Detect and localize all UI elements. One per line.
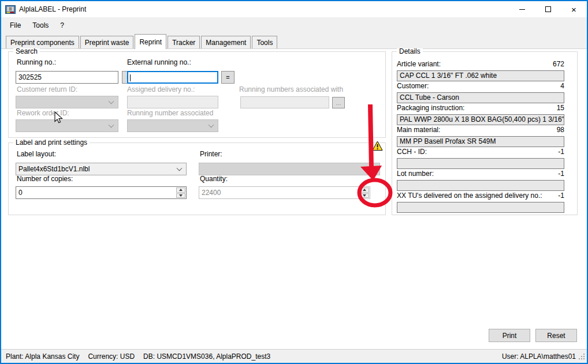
label-print-settings-title: Label and print settings [13, 138, 90, 147]
chevron-down-icon [370, 166, 376, 171]
tab-preprint-waste[interactable]: Preprint waste [80, 36, 134, 48]
detail-label: CCH - ID: [397, 148, 427, 155]
arrow-down-icon [179, 194, 183, 197]
detail-label: Packaging instruction: [397, 104, 464, 111]
printer-combobox [199, 163, 380, 175]
detail-label: XX TU's delivered on the assigned delive… [397, 192, 542, 199]
spin-up-button[interactable] [176, 187, 185, 193]
close-icon: × [571, 5, 576, 14]
detail-row-cch-id: CCH - ID:-1 [397, 148, 564, 169]
minimize-button[interactable] [509, 1, 535, 17]
detail-value-field [397, 180, 564, 191]
detail-id: 672 [553, 61, 564, 67]
detail-label: Article variant: [397, 61, 441, 67]
running-numbers-associated-with-browse-button[interactable]: ... [332, 97, 345, 108]
printer-label: Printer: [200, 150, 222, 158]
status-bar: Plant: Alpla Kansas City Currency: USD D… [1, 349, 587, 363]
chevron-down-icon [209, 122, 214, 128]
details-groupbox-title: Details [397, 47, 423, 55]
tab-tracker[interactable]: Tracker [168, 36, 200, 48]
status-user: User: ALPLA\matthes01 [502, 352, 576, 361]
quantity-input: 22400 [199, 186, 370, 199]
external-running-no-equals-button[interactable]: = [221, 71, 235, 84]
maximize-icon [545, 6, 551, 12]
detail-row-main-material: Main material:98 MM PP Basell Profax SR … [397, 126, 564, 147]
assigned-delivery-no-input [127, 96, 218, 108]
arrow-up-icon [179, 189, 183, 191]
external-running-no-input[interactable] [127, 71, 218, 84]
spin-up-button[interactable] [360, 187, 369, 193]
menu-bar: File Tools ? [1, 17, 587, 33]
running-numbers-associated-with-label: Running numbers associated with [239, 85, 343, 93]
label-layout-label: Label layout: [17, 150, 56, 158]
maximize-button[interactable] [535, 1, 561, 17]
tab-tools[interactable]: Tools [252, 36, 277, 48]
chevron-down-icon [109, 122, 114, 128]
tab-strip: Preprint components Preprint waste Repri… [1, 33, 587, 48]
detail-id: -1 [558, 170, 564, 177]
detail-row-customer: Customer:4 CCL Tube - Carson [397, 82, 564, 103]
arrow-up-icon [363, 189, 366, 191]
external-running-no-label: External running no.: [127, 58, 191, 66]
detail-label: Lot number: [397, 170, 434, 177]
number-of-copies-label: Number of copies: [17, 175, 73, 183]
assigned-delivery-no-label: Assigned delivery no.: [127, 85, 195, 93]
label-print-settings-groupbox: Label and print settings Label layout: P… [8, 142, 386, 215]
detail-id: 98 [557, 126, 564, 133]
running-number-associated-combobox [127, 119, 218, 132]
label-layout-value: Pallet4x6Std1bcV1.nlbl [18, 165, 90, 173]
running-number-associated-label: Running number associated [127, 109, 213, 117]
print-button[interactable]: Print [489, 329, 530, 342]
search-groupbox: Search Running no.: 302525 = External ru… [8, 51, 386, 138]
detail-value-field: CAP CCL 1 3/16" FT .062 white [397, 70, 564, 81]
label-layout-combobox[interactable]: Pallet4x6Std1bcV1.nlbl [16, 163, 187, 175]
minimize-icon [519, 9, 525, 10]
reset-button[interactable]: Reset [535, 329, 577, 342]
quantity-label: Quantity: [200, 175, 228, 183]
chevron-down-icon [177, 166, 183, 171]
rework-order-id-combobox [16, 119, 118, 132]
tab-preprint-components[interactable]: Preprint components [6, 36, 79, 48]
window-title: AlplaLABEL - Preprint [19, 5, 86, 13]
number-of-copies-input[interactable]: 0 [16, 186, 187, 199]
detail-id: -1 [558, 192, 564, 199]
detail-id: 15 [557, 104, 564, 111]
menu-file[interactable]: File [4, 19, 27, 32]
detail-value-field [397, 158, 564, 169]
detail-value-field [397, 202, 564, 213]
menu-help[interactable]: ? [54, 19, 70, 32]
running-numbers-associated-with-input [240, 96, 329, 108]
search-groupbox-title: Search [13, 47, 40, 55]
detail-label: Customer: [397, 82, 429, 89]
text-caret [130, 74, 131, 81]
title-bar: AlplaLABEL - Preprint × [1, 1, 587, 17]
rework-order-id-label: Rework order ID: [17, 109, 69, 117]
detail-id: -1 [558, 148, 564, 155]
resize-grip-icon[interactable] [578, 353, 585, 360]
detail-row-xx-tus-delivered: XX TU's delivered on the assigned delive… [397, 192, 564, 213]
customer-return-id-label: Customer return ID: [17, 85, 77, 93]
status-plant: Plant: Alpla Kansas City [6, 352, 79, 361]
detail-label: Main material: [397, 126, 440, 133]
detail-value-field: PAL WWP 2800u X 18 BOX BAG(50,400 pcs) 1… [397, 114, 564, 125]
app-icon [5, 5, 16, 14]
customer-return-id-combobox [16, 96, 118, 108]
detail-value-field: MM PP Basell Profax SR 549M [397, 136, 564, 147]
spin-down-button[interactable] [360, 193, 369, 198]
status-db: DB: USMCD1VMS036, AlplaPROD_test3 [143, 352, 270, 361]
spin-down-button[interactable] [176, 193, 185, 198]
chevron-down-icon [109, 99, 114, 104]
detail-id: 4 [560, 82, 564, 89]
number-of-copies-spinner [176, 187, 185, 198]
tab-reprint[interactable]: Reprint [135, 34, 166, 49]
detail-row-packaging-instruction: Packaging instruction:15 PAL WWP 2800u X… [397, 104, 564, 125]
detail-value-field: CCL Tube - Carson [397, 92, 564, 103]
menu-tools[interactable]: Tools [27, 19, 54, 32]
tab-management[interactable]: Management [201, 36, 251, 48]
quantity-value: 22400 [202, 189, 221, 197]
quantity-spinner [360, 187, 369, 198]
number-of-copies-value: 0 [18, 189, 23, 197]
close-button[interactable]: × [561, 1, 587, 17]
running-no-input[interactable]: 302525 [16, 71, 118, 84]
detail-row-lot-number: Lot number:-1 [397, 170, 564, 191]
